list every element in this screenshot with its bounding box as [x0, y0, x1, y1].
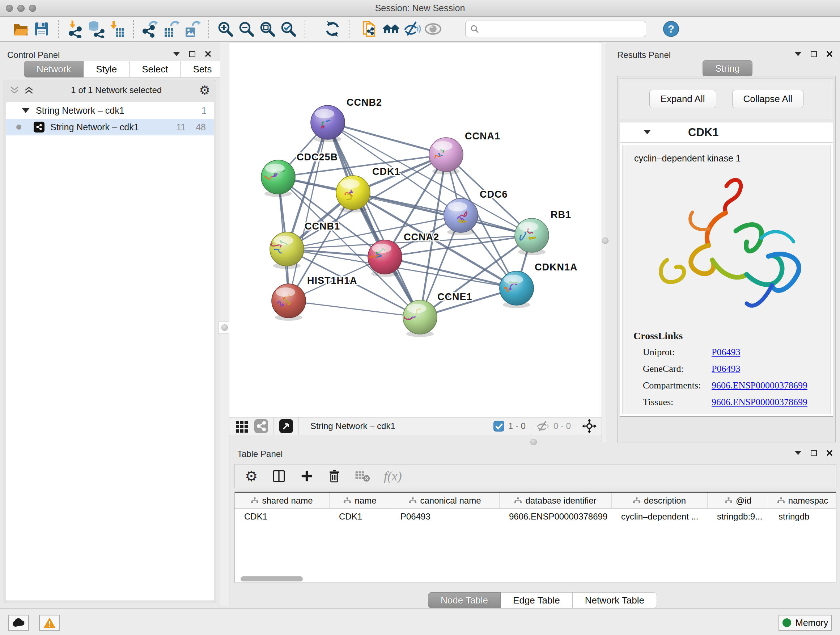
column-header[interactable]: canonical name	[391, 493, 500, 508]
collection-expander-icon[interactable]	[22, 108, 29, 113]
show-eye-button[interactable]	[423, 19, 444, 40]
crosslink-row: Tissues:9606.ENSP00000378699	[622, 394, 830, 410]
panel-menu-icon[interactable]	[173, 52, 180, 56]
expand-all-icon[interactable]	[24, 86, 34, 95]
table-cell[interactable]: CDK1	[330, 509, 391, 524]
collapse-all-button[interactable]: Collapse All	[732, 90, 804, 108]
homes-button[interactable]	[381, 19, 401, 40]
export-network-button[interactable]	[140, 19, 161, 40]
close-panel-icon[interactable]	[205, 51, 211, 57]
fit-content-crosshair-icon[interactable]	[581, 418, 597, 434]
export-image-button[interactable]	[182, 19, 202, 40]
collapse-all-icon[interactable]	[10, 86, 19, 95]
string-network-graph[interactable]: CCNB2CCNA1CDC25BCDK1CDC6RB1CCNB1CCNA2CDK…	[229, 43, 602, 417]
crosslink-link[interactable]: P06493	[712, 363, 740, 374]
column-header[interactable]: shared name	[235, 493, 330, 508]
open-session-button[interactable]	[10, 19, 31, 40]
save-icon	[33, 20, 50, 38]
table-cell[interactable]: cyclin–dependent ...	[612, 509, 707, 524]
help-button[interactable]: ?	[660, 19, 682, 40]
selected-checkbox-icon[interactable]	[493, 420, 505, 432]
hide-unhide-button[interactable]	[401, 19, 423, 40]
results-panel-title: Results Panel	[617, 50, 671, 60]
table-row[interactable]: CDK1CDK1P064939606.ENSP00000378699cyclin…	[235, 509, 836, 524]
close-panel-icon[interactable]	[826, 450, 833, 456]
network-row[interactable]: String Network – cdk1 11 48	[6, 119, 214, 135]
float-panel-icon[interactable]	[189, 51, 195, 57]
warning-status-button[interactable]	[39, 615, 60, 631]
tab-network-table[interactable]: Network Table	[573, 592, 657, 608]
table-cell[interactable]: stringdb:9...	[707, 509, 769, 524]
import-network-database-button[interactable]	[85, 19, 106, 40]
birdseye-view-icon[interactable]	[279, 419, 294, 433]
float-panel-icon[interactable]	[811, 450, 817, 456]
gene-collapse-icon[interactable]	[644, 130, 651, 134]
network-view-icon[interactable]	[254, 419, 268, 433]
crosslink-label: Tissues:	[643, 397, 712, 408]
network-canvas[interactable]: CCNB2CCNA1CDC25BCDK1CDC6RB1CCNB1CCNA2CDK…	[229, 43, 602, 417]
crosslink-link[interactable]: 9606.ENSP00000378699	[712, 380, 807, 391]
zoom-fit-button[interactable]	[257, 19, 278, 40]
hidden-eye-slash-icon	[536, 420, 550, 432]
tab-sets[interactable]: Sets	[180, 61, 224, 78]
zoom-in-button[interactable]	[215, 19, 236, 40]
column-header[interactable]: description	[612, 493, 707, 508]
network-collection-row[interactable]: String Network – cdk1 1	[6, 102, 214, 119]
table-settings-gear-icon[interactable]: ⚙	[245, 469, 258, 483]
share-file-button[interactable]	[360, 19, 381, 40]
delete-table-icon[interactable]	[355, 469, 370, 483]
column-header[interactable]: name	[330, 493, 391, 508]
expand-all-button[interactable]: Expand All	[649, 90, 716, 108]
export-table-button[interactable]	[161, 19, 182, 40]
crosslink-link[interactable]: P06493	[712, 413, 740, 414]
tab-edge-table[interactable]: Edge Table	[501, 592, 573, 608]
table-horizontal-scrollbar[interactable]	[240, 576, 303, 581]
import-network-file-button[interactable]	[65, 19, 85, 40]
zoom-selected-button[interactable]	[278, 19, 299, 40]
panel-menu-icon[interactable]	[795, 52, 801, 56]
table-cell[interactable]: CDK1	[235, 509, 330, 524]
gene-symbol: CDK1	[688, 126, 718, 139]
add-column-icon[interactable]	[300, 469, 314, 483]
cloud-status-button[interactable]	[8, 615, 29, 631]
collection-count: 1	[202, 105, 207, 116]
tab-node-table[interactable]: Node Table	[428, 592, 501, 608]
float-panel-icon[interactable]	[811, 51, 817, 57]
column-header[interactable]: database identifier	[500, 493, 612, 508]
column-header[interactable]: namespac	[769, 493, 836, 508]
tab-style[interactable]: Style	[84, 61, 129, 78]
network-options-gear-icon[interactable]: ⚙	[199, 84, 210, 96]
gene-description: cyclin–dependent kinase 1	[634, 153, 830, 164]
function-builder-button[interactable]: f(x)	[384, 469, 402, 484]
crosslink-row: Compartments:9606.ENSP00000378699	[622, 377, 830, 394]
import-table-button[interactable]	[106, 19, 127, 40]
tab-network[interactable]: Network	[24, 61, 84, 78]
network-row-label: String Network – cdk1	[50, 122, 139, 133]
refresh-button[interactable]	[322, 19, 343, 40]
svg-text:?: ?	[668, 23, 674, 35]
search-input[interactable]	[479, 24, 635, 34]
panel-menu-icon[interactable]	[795, 451, 801, 455]
import-database-icon	[87, 20, 104, 38]
left-splitter-handle[interactable]	[218, 321, 231, 334]
zoom-out-button[interactable]	[236, 19, 257, 40]
table-cell[interactable]: stringdb	[769, 509, 836, 524]
table-cell[interactable]: 9606.ENSP00000378699	[500, 509, 612, 524]
crosslink-link[interactable]: P06493	[712, 347, 740, 358]
show-columns-icon[interactable]	[272, 469, 286, 483]
export-network-icon	[141, 20, 159, 38]
save-session-button[interactable]	[31, 19, 52, 40]
network-view-title: String Network – cdk1	[310, 421, 395, 431]
memory-button[interactable]: Memory	[778, 615, 832, 631]
delete-column-icon[interactable]	[327, 469, 341, 483]
tab-select[interactable]: Select	[129, 61, 180, 78]
tab-string[interactable]: String	[703, 60, 752, 77]
grid-view-icon[interactable]	[235, 419, 249, 433]
table-cell[interactable]: P06493	[391, 509, 500, 524]
crosslink-link[interactable]: 9606.ENSP00000378699	[712, 397, 807, 408]
node-label: CCNE1	[437, 291, 472, 302]
global-search	[465, 21, 646, 37]
results-panel: Results Panel String Expand All Collapse…	[606, 42, 840, 442]
close-panel-icon[interactable]	[826, 51, 833, 57]
column-header[interactable]: @id	[707, 493, 769, 508]
